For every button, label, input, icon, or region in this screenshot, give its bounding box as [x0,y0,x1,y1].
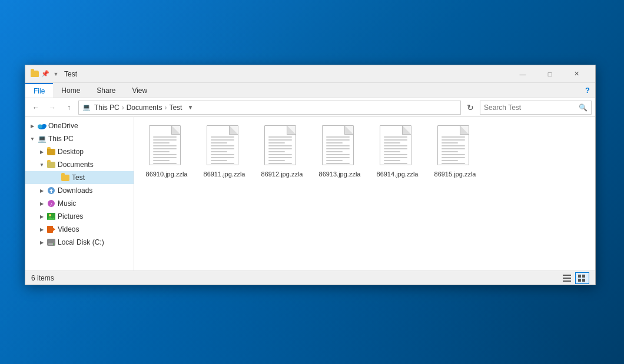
file-icon-4 [380,125,415,168]
svg-rect-18 [578,275,581,278]
file-item[interactable]: 86913.jpg.zzla [313,123,366,181]
search-box[interactable]: 🔍 [480,101,592,115]
file-item[interactable]: 86914.jpg.zzla [371,123,424,181]
downloads-icon [47,186,56,195]
title-down-icon: ▼ [51,69,61,79]
svg-rect-19 [582,275,585,278]
sidebar-item-this-pc[interactable]: ▼ 💻 This PC [25,132,134,145]
file-item[interactable]: 86910.jpg.zzla [140,123,193,181]
menu-bar: File Home Share View ? [25,83,595,98]
file-icon-2 [264,125,300,168]
sidebar-item-onedrive[interactable]: ▶ OneDrive [25,119,134,132]
file-name-4: 86914.jpg.zzla [377,170,419,178]
expand-pictures[interactable]: ▶ [37,212,47,221]
expand-documents[interactable]: ▼ [37,160,47,169]
crumb-test[interactable]: Test [169,103,182,112]
crumb-this-pc[interactable]: This PC [94,103,120,112]
title-bar: 📌 ▼ Test — □ ✕ [25,65,595,83]
onedrive-icon [37,121,47,131]
forward-button[interactable]: → [45,101,59,115]
sidebar-item-pictures[interactable]: ▶ Pictures [25,210,134,223]
file-explorer-window: 📌 ▼ Test — □ ✕ File Home Share View ? ← … [25,65,596,285]
sidebar-item-desktop[interactable]: ▶ Desktop [25,145,134,158]
sidebar-label-test: Test [72,173,85,182]
expand-music[interactable]: ▶ [37,199,47,208]
menu-tab-home[interactable]: Home [53,83,88,98]
up-button[interactable]: ↑ [62,101,76,115]
file-name-3: 86913.jpg.zzla [319,170,361,178]
expand-this-pc[interactable]: ▼ [28,134,37,143]
svg-marker-11 [53,228,55,231]
file-name-0: 86910.jpg.zzla [146,170,188,178]
file-icon-1 [207,125,242,168]
svg-point-8 [49,214,51,216]
sidebar-label-downloads: Downloads [58,186,92,195]
title-pin-icon: 📌 [41,69,50,79]
refresh-button[interactable]: ↻ [463,101,477,115]
search-input[interactable] [484,103,576,112]
file-name-5: 86915.jpg.zzla [434,170,476,178]
minimize-button[interactable]: — [509,65,536,83]
view-buttons [560,272,589,284]
documents-folder-icon [47,160,56,169]
sidebar-label-desktop: Desktop [58,148,84,156]
expand-desktop[interactable]: ▶ [37,147,47,156]
file-item[interactable]: 86912.jpg.zzla [255,123,308,181]
help-button[interactable]: ? [580,83,595,98]
sidebar-item-music[interactable]: ▶ ♪ Music [25,197,134,210]
pictures-icon [47,212,56,221]
title-folder-icon [30,69,39,79]
svg-rect-20 [578,279,581,282]
sidebar-item-downloads[interactable]: ▶ Downloads [25,184,134,197]
menu-tab-file[interactable]: File [25,83,53,98]
breadcrumb: This PC › Documents › Test [94,103,182,112]
status-bar: 6 items [25,271,595,285]
address-dropdown-button[interactable]: ▼ [184,101,196,114]
local-disk-icon [47,238,56,247]
desktop-folder-icon [47,147,56,156]
sidebar-label-documents: Documents [58,161,94,169]
icon-view-button[interactable] [575,272,589,284]
sidebar-item-test[interactable]: ▶ Test [25,171,134,184]
main-area: ▶ OneDrive ▼ 💻 This PC ▶ Desktop [25,117,595,271]
maximize-button[interactable]: □ [536,65,563,83]
window-controls: — □ ✕ [509,65,590,83]
file-icon-3 [322,125,357,168]
address-bar[interactable]: 💻 This PC › Documents › Test ▼ [78,101,461,115]
sidebar-label-local-disk: Local Disk (C:) [58,238,104,246]
svg-point-14 [53,243,54,245]
file-icon-5 [437,125,473,168]
sidebar-item-local-disk[interactable]: ▶ Local Disk (C:) [25,236,134,249]
test-folder-icon [61,173,70,182]
file-item[interactable]: 86911.jpg.zzla [198,123,251,181]
sidebar-label-pictures: Pictures [58,212,83,221]
pc-icon: 💻 [82,103,91,111]
crumb-sep-2: › [164,103,167,112]
videos-icon [47,225,56,234]
expand-local-disk[interactable]: ▶ [37,238,47,247]
file-icon-0 [149,125,184,168]
expand-videos[interactable]: ▶ [37,225,47,234]
details-view-button[interactable] [560,272,574,284]
file-name-2: 86912.jpg.zzla [261,170,303,178]
svg-point-1 [42,124,47,128]
menu-tab-view[interactable]: View [124,83,155,98]
close-button[interactable]: ✕ [563,65,590,83]
expand-downloads[interactable]: ▶ [37,186,47,195]
svg-rect-17 [563,280,571,282]
music-icon: ♪ [47,199,56,208]
crumb-documents[interactable]: Documents [127,103,162,112]
this-pc-icon: 💻 [37,134,47,143]
svg-rect-16 [563,278,571,279]
sidebar: ▶ OneDrive ▼ 💻 This PC ▶ Desktop [25,117,134,271]
search-icon[interactable]: 🔍 [579,103,588,112]
sidebar-item-documents[interactable]: ▼ Documents [25,158,134,171]
window-title: Test [64,70,77,78]
expand-onedrive[interactable]: ▶ [28,121,37,131]
file-item[interactable]: 86915.jpg.zzla [429,123,482,181]
svg-rect-12 [47,239,55,246]
back-button[interactable]: ← [29,101,43,115]
file-content-area: 86910.jpg.zzla [134,117,595,271]
sidebar-item-videos[interactable]: ▶ Videos [25,223,134,236]
menu-tab-share[interactable]: Share [88,83,124,98]
